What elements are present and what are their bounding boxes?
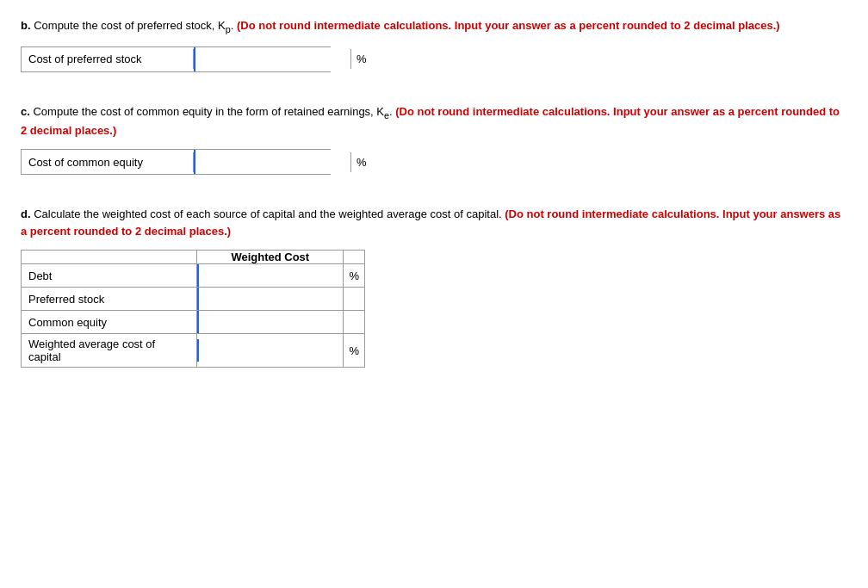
section-c: c. Compute the cost of common equity in …: [21, 103, 847, 175]
wacc-input-total[interactable]: [197, 339, 343, 362]
preferred-stock-row: Cost of preferred stock %: [21, 46, 331, 72]
wacc-row-preferred: Preferred stock: [22, 288, 365, 311]
section-c-label: c.: [21, 105, 30, 118]
wacc-input-preferred[interactable]: [197, 288, 343, 310]
wacc-label-total: Weighted average cost of capital: [22, 334, 197, 368]
wacc-unit-total: %: [344, 334, 365, 368]
section-c-text: c. Compute the cost of common equity in …: [21, 103, 847, 139]
section-b-instruction: (Do not round intermediate calculations.…: [237, 19, 780, 32]
wacc-row-total: Weighted average cost of capital %: [22, 334, 365, 368]
wacc-input-cell-common: [197, 311, 344, 334]
section-b-intro: Compute the cost of preferred stock, Kp.: [34, 19, 237, 32]
common-equity-input[interactable]: [194, 150, 350, 174]
preferred-stock-unit: %: [350, 49, 372, 69]
wacc-input-common[interactable]: [197, 311, 343, 333]
wacc-col-unit-header: [344, 251, 365, 264]
section-d: d. Calculate the weighted cost of each s…: [21, 206, 847, 368]
wacc-col-label-header: [22, 251, 197, 264]
section-b: b. Compute the cost of preferred stock, …: [21, 17, 847, 72]
wacc-unit-preferred: [344, 288, 365, 311]
wacc-row-debt: Debt %: [22, 264, 365, 288]
section-b-text: b. Compute the cost of preferred stock, …: [21, 17, 847, 36]
wacc-unit-debt: %: [344, 264, 365, 288]
wacc-input-cell-debt: [197, 264, 344, 288]
wacc-label-common: Common equity: [22, 311, 197, 334]
section-d-intro: Calculate the weighted cost of each sour…: [34, 207, 505, 220]
section-d-label: d.: [21, 207, 31, 220]
section-b-label: b.: [21, 19, 31, 32]
wacc-label-preferred: Preferred stock: [22, 288, 197, 311]
wacc-col-weighted-cost-header: Weighted Cost: [197, 251, 344, 264]
wacc-label-debt: Debt: [22, 264, 197, 288]
wacc-row-common: Common equity: [22, 311, 365, 334]
wacc-input-cell-total: [197, 334, 344, 368]
common-equity-label: Cost of common equity: [22, 152, 194, 172]
section-d-text: d. Calculate the weighted cost of each s…: [21, 206, 847, 239]
wacc-unit-common: [344, 311, 365, 334]
section-c-intro: Compute the cost of common equity in the…: [33, 105, 395, 118]
wacc-input-cell-preferred: [197, 288, 344, 311]
common-equity-unit: %: [350, 152, 372, 172]
wacc-input-debt[interactable]: [197, 264, 343, 287]
common-equity-row: Cost of common equity %: [21, 149, 331, 175]
preferred-stock-label: Cost of preferred stock: [22, 49, 194, 69]
wacc-table: Weighted Cost Debt % Preferred stock Com: [21, 250, 365, 368]
preferred-stock-input[interactable]: [194, 47, 350, 71]
